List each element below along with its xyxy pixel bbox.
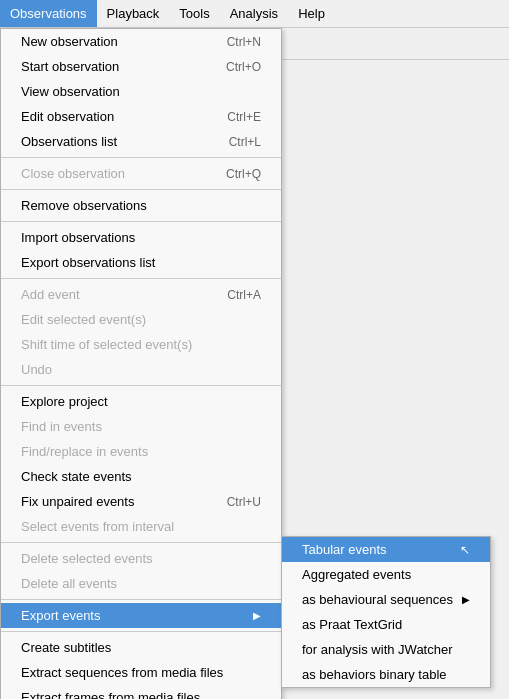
menubar-item-observations[interactable]: Observations	[0, 0, 97, 27]
separator-6	[1, 542, 281, 543]
submenu-item-behavioural-sequences[interactable]: as behavioural sequences ▶	[282, 587, 490, 612]
separator-7	[1, 599, 281, 600]
menu-item-extract-sequences[interactable]: Extract sequences from media files	[1, 660, 281, 685]
menu-item-find-replace[interactable]: Find/replace in events	[1, 439, 281, 464]
menubar-item-analysis[interactable]: Analysis	[220, 0, 288, 27]
menu-item-export-observations-list[interactable]: Export observations list	[1, 250, 281, 275]
menubar-item-playback[interactable]: Playback	[97, 0, 170, 27]
menu-item-observations-list[interactable]: Observations list Ctrl+L	[1, 129, 281, 154]
submenu-item-behaviors-binary-table[interactable]: as behaviors binary table	[282, 662, 490, 687]
menu-item-extract-frames[interactable]: Extract frames from media files	[1, 685, 281, 699]
menu-item-import-observations[interactable]: Import observations	[1, 225, 281, 250]
menu-item-shift-time[interactable]: Shift time of selected event(s)	[1, 332, 281, 357]
submenu-arrow-behavioural: ▶	[462, 594, 470, 605]
menu-item-fix-unpaired[interactable]: Fix unpaired events Ctrl+U	[1, 489, 281, 514]
menu-item-new-observation[interactable]: New observation Ctrl+N	[1, 29, 281, 54]
separator-5	[1, 385, 281, 386]
menu-item-create-subtitles[interactable]: Create subtitles	[1, 635, 281, 660]
menu-item-edit-observation[interactable]: Edit observation Ctrl+E	[1, 104, 281, 129]
menubar-item-help[interactable]: Help	[288, 0, 335, 27]
observations-dropdown: New observation Ctrl+N Start observation…	[0, 28, 282, 699]
menubar: Observations Playback Tools Analysis Hel…	[0, 0, 509, 28]
menu-item-add-event[interactable]: Add event Ctrl+A	[1, 282, 281, 307]
submenu-item-tabular-events[interactable]: Tabular events ↖	[282, 537, 490, 562]
submenu-item-praat-textgrid[interactable]: as Praat TextGrid	[282, 612, 490, 637]
submenu-item-aggregated-events[interactable]: Aggregated events	[282, 562, 490, 587]
cursor-indicator: ↖	[460, 543, 470, 557]
menu-item-export-events[interactable]: Export events ▶	[1, 603, 281, 628]
menu-item-start-observation[interactable]: Start observation Ctrl+O	[1, 54, 281, 79]
menu-item-undo[interactable]: Undo	[1, 357, 281, 382]
separator-1	[1, 157, 281, 158]
submenu-item-jwatcher[interactable]: for analysis with JWatcher	[282, 637, 490, 662]
menu-item-remove-observations[interactable]: Remove observations	[1, 193, 281, 218]
menu-item-close-observation[interactable]: Close observation Ctrl+Q	[1, 161, 281, 186]
separator-3	[1, 221, 281, 222]
menu-item-find-in-events[interactable]: Find in events	[1, 414, 281, 439]
menu-item-delete-all-events[interactable]: Delete all events	[1, 571, 281, 596]
menu-item-select-events-interval[interactable]: Select events from interval	[1, 514, 281, 539]
separator-4	[1, 278, 281, 279]
export-events-submenu: Tabular events ↖ Aggregated events as be…	[281, 536, 491, 688]
submenu-arrow-export: ▶	[253, 610, 261, 621]
menu-item-check-state-events[interactable]: Check state events	[1, 464, 281, 489]
separator-8	[1, 631, 281, 632]
menu-item-view-observation[interactable]: View observation	[1, 79, 281, 104]
separator-2	[1, 189, 281, 190]
menu-item-edit-selected-events[interactable]: Edit selected event(s)	[1, 307, 281, 332]
menu-item-delete-selected-events[interactable]: Delete selected events	[1, 546, 281, 571]
menubar-item-tools[interactable]: Tools	[169, 0, 219, 27]
menu-item-explore-project[interactable]: Explore project	[1, 389, 281, 414]
